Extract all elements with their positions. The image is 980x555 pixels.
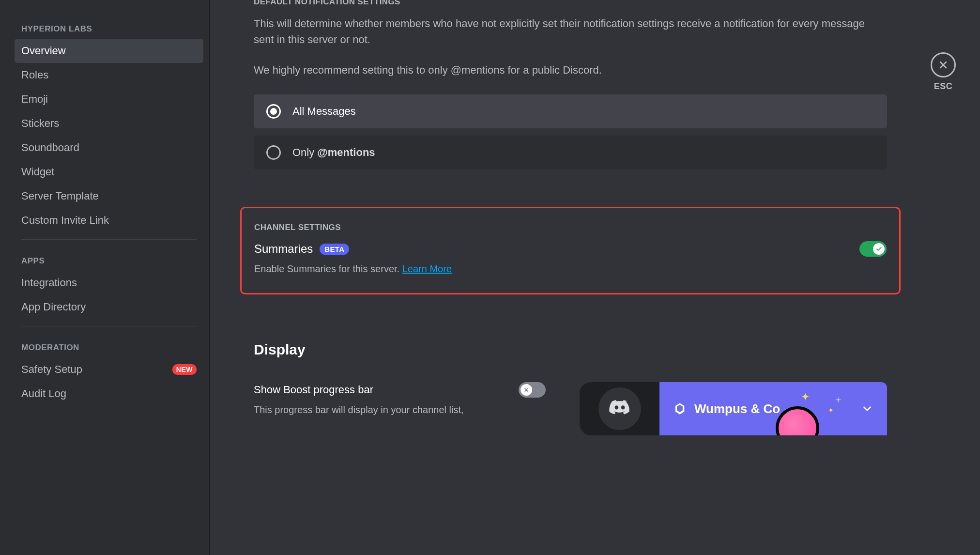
boost-preview: Wumpus & Co ✦ ✦ + [580,382,887,435]
sidebar-item-label: Roles [21,69,48,81]
sidebar-item-label: Server Template [21,190,99,202]
boost-gem-icon [673,402,687,416]
sidebar-item-label: Stickers [21,117,59,130]
sidebar-item-app-directory[interactable]: App Directory [15,295,203,319]
sidebar-item-custom-invite-link[interactable]: Custom Invite Link [15,208,203,232]
server-preview-card: Wumpus & Co ✦ ✦ + [659,382,887,435]
sidebar-item-emoji[interactable]: Emoji [15,87,203,111]
channel-settings-highlight: CHANNEL SETTINGS Summaries BETA Enable S… [240,207,901,294]
radio-label: All Messages [292,105,356,118]
sidebar-item-audit-log[interactable]: Audit Log [15,382,203,406]
close-label: ESC [934,81,953,92]
sparkle-icon: + [835,395,841,406]
discord-home-icon-box [580,382,659,435]
sidebar-item-overview[interactable]: Overview [15,39,203,63]
sidebar-divider [21,239,197,240]
sidebar-item-stickers[interactable]: Stickers [15,111,203,136]
sidebar-item-safety-setup[interactable]: Safety Setup NEW [15,357,203,382]
close-icon [937,59,949,71]
settings-main: ESC DEFAULT NOTIFICATION SETTINGS This w… [209,0,980,555]
section-divider [254,318,887,318]
boost-progress-title: Show Boost progress bar [254,384,373,396]
sidebar-item-soundboard[interactable]: Soundboard [15,136,203,160]
notification-radio-group: All Messages Only @mentions [254,94,887,170]
display-heading: Display [254,341,887,358]
sidebar-category-apps: APPS [15,247,203,271]
radio-all-messages[interactable]: All Messages [254,94,887,128]
section-divider [254,193,887,193]
settings-sidebar: HYPERION LABS Overview Roles Emoji Stick… [0,0,209,555]
summaries-help: Enable Summaries for this server. Learn … [254,263,887,275]
learn-more-link[interactable]: Learn More [402,263,452,274]
sidebar-item-label: Widget [21,166,54,178]
sidebar-item-label: App Directory [21,301,86,313]
sidebar-category-server: HYPERION LABS [15,15,203,39]
sidebar-item-label: Soundboard [21,141,79,154]
sidebar-item-label: Custom Invite Link [21,214,109,227]
x-icon [523,386,530,393]
sidebar-item-label: Emoji [21,93,48,106]
new-badge: NEW [172,364,197,375]
chevron-down-icon [861,402,873,415]
notification-description: This will determine whether members who … [254,15,887,47]
boost-progress-desc: This progress bar will display in your c… [254,404,546,416]
sidebar-item-integrations[interactable]: Integrations [15,271,203,295]
sidebar-item-label: Safety Setup [21,363,82,376]
summaries-title: Summaries [254,242,313,256]
radio-icon [266,104,281,119]
notification-recommend: We highly recommend setting this to only… [254,62,887,78]
sidebar-item-roles[interactable]: Roles [15,63,203,87]
boost-progress-toggle[interactable] [519,382,546,398]
sidebar-item-server-template[interactable]: Server Template [15,184,203,208]
check-icon [875,246,882,252]
notification-settings-eyebrow: DEFAULT NOTIFICATION SETTINGS [254,0,887,7]
sidebar-item-label: Overview [21,45,66,57]
radio-icon [266,145,281,160]
channel-settings-eyebrow: CHANNEL SETTINGS [254,223,887,232]
sidebar-item-widget[interactable]: Widget [15,160,203,184]
radio-label: Only @mentions [292,146,375,159]
summaries-toggle[interactable] [859,241,887,257]
discord-logo-icon [608,397,631,420]
sidebar-item-label: Audit Log [21,387,66,400]
sidebar-item-label: Integrations [21,277,77,289]
sparkle-icon: ✦ [801,391,810,403]
radio-only-mentions[interactable]: Only @mentions [254,136,887,170]
close-button[interactable] [931,52,956,77]
sparkle-icon: ✦ [828,406,834,414]
toggle-knob [521,384,532,396]
sidebar-category-moderation: MODERATION [15,333,203,357]
sidebar-divider [21,326,197,326]
toggle-knob [873,243,885,255]
beta-badge: BETA [320,244,349,255]
